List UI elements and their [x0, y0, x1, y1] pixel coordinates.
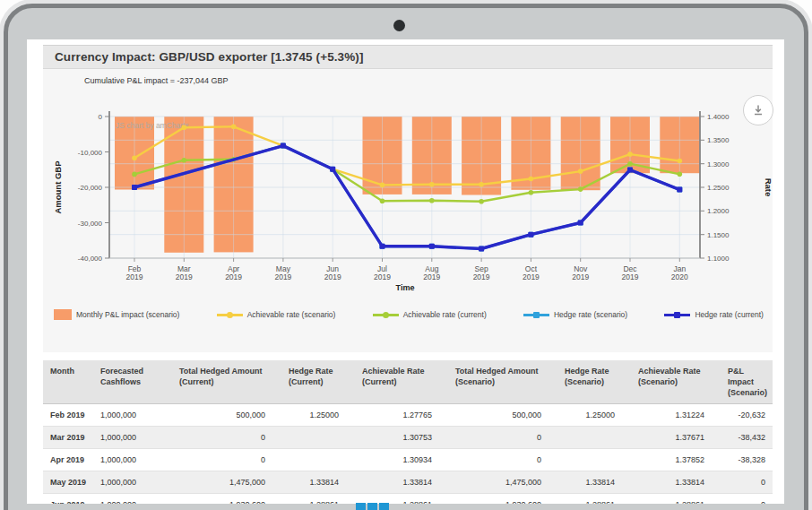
legend-line-swatch [373, 310, 399, 320]
table-cell: 500,000 [448, 404, 557, 427]
legend-item-1[interactable]: Monthly P&L impact (scenario) [54, 309, 179, 320]
legend-label: Achievable rate (current) [403, 310, 487, 319]
table-cell: Apr 2019 [43, 449, 93, 471]
table-cell: 1.33814 [557, 471, 631, 494]
browser-screen: Currency Impact: GBP/USD exporter [1.374… [27, 39, 784, 504]
table-cell: -20,632 [721, 404, 773, 427]
svg-text:1.1000: 1.1000 [707, 255, 730, 263]
table-cell: 0 [172, 427, 281, 449]
legend-label: Hedge rate (scenario) [554, 310, 627, 319]
table-cell: 1.28861 [631, 494, 721, 504]
chart-legend: Monthly P&L impact (scenario)Achievable … [54, 309, 764, 320]
table-cell [281, 427, 355, 449]
table-body: Feb 20191,000,000500,0001.250001.2776550… [43, 404, 773, 504]
table-cell: 1.37852 [631, 449, 721, 471]
table-cell: 1,000,000 [93, 449, 172, 471]
svg-text:1.3000: 1.3000 [707, 160, 730, 169]
table-cell: 0 [448, 427, 557, 449]
legend-item-3[interactable]: Achievable rate (current) [373, 310, 487, 320]
legend-label: Hedge rate (current) [695, 310, 764, 319]
table-cell: 1,000,000 [93, 494, 172, 504]
legend-line-swatch [217, 310, 243, 320]
svg-text:2019: 2019 [374, 272, 391, 281]
table-cell: 1.28861 [557, 494, 631, 504]
legend-item-2[interactable]: Achievable rate (scenario) [217, 310, 336, 320]
legend-label: Monthly P&L impact (scenario) [76, 310, 179, 319]
table-row: Jun 20191,000,0001,930,6001.288611.28861… [43, 494, 773, 504]
column-header: ForecastedCashflows [93, 360, 172, 404]
table-row: Mar 20191,000,00001.3075301.37671-38,432 [43, 427, 773, 449]
svg-text:-30,000: -30,000 [78, 220, 103, 228]
table-cell: 1,000,000 [93, 471, 172, 494]
svg-text:-20,000: -20,000 [78, 184, 103, 192]
table-cell: 1.33814 [355, 471, 448, 494]
table-cell: 1.31224 [631, 404, 721, 427]
svg-text:1.1500: 1.1500 [707, 231, 730, 239]
table-cell: Mar 2019 [43, 427, 93, 449]
column-header: Total Hedged Amount(Scenario) [448, 360, 557, 404]
hedging-table: MonthForecastedCashflowsTotal Hedged Amo… [43, 360, 773, 504]
table-row: Apr 20191,000,00001.3093401.37852-38,328 [43, 449, 773, 471]
svg-text:2019: 2019 [523, 272, 540, 281]
svg-text:-40,000: -40,000 [78, 255, 103, 263]
bottom-logo-icon [356, 503, 389, 510]
table-row: May 20191,000,0001,475,0001.338141.33814… [43, 471, 773, 494]
legend-label: Achievable rate (scenario) [247, 310, 336, 319]
table-cell: 1.27765 [355, 404, 448, 427]
column-header: Hedge Rate(Current) [281, 360, 355, 404]
svg-text:0: 0 [99, 113, 103, 121]
svg-text:2019: 2019 [126, 272, 143, 281]
svg-text:2020: 2020 [671, 272, 688, 281]
table-cell: Jun 2019 [43, 494, 93, 504]
column-header: Achievable Rate(Scenario) [631, 360, 721, 404]
legend-item-5[interactable]: Hedge rate (current) [664, 310, 764, 320]
table-cell [557, 449, 631, 471]
svg-text:2019: 2019 [622, 272, 639, 281]
table-cell: 1.33814 [631, 471, 721, 494]
svg-text:2019: 2019 [274, 272, 291, 281]
svg-text:-10,000: -10,000 [78, 149, 103, 157]
page-title: Currency Impact: GBP/USD exporter [1.374… [43, 46, 773, 68]
column-header: Month [43, 360, 93, 404]
table-cell [557, 427, 631, 449]
svg-text:2019: 2019 [225, 272, 242, 281]
column-header: P&L Impact(Scenario) [721, 360, 773, 404]
svg-text:1.2000: 1.2000 [707, 207, 730, 215]
table-cell: 1.28861 [281, 494, 355, 504]
svg-text:2019: 2019 [572, 272, 589, 281]
svg-text:Rate: Rate [764, 178, 773, 197]
table-cell: 0 [172, 449, 281, 471]
table-cell: Feb 2019 [43, 404, 93, 427]
table-cell: 1,000,000 [93, 404, 172, 427]
legend-bar-swatch [54, 309, 72, 320]
svg-text:Amount GBP: Amount GBP [53, 160, 63, 214]
table-cell: 0 [721, 471, 773, 494]
table-cell: -38,328 [721, 449, 773, 471]
table-cell [281, 449, 355, 471]
table-cell: 1.25000 [557, 404, 631, 427]
table-cell: May 2019 [43, 471, 93, 494]
table-cell: 1.25000 [281, 404, 355, 427]
table-cell: 1.37671 [631, 427, 721, 449]
table-cell: 1,000,000 [93, 427, 172, 449]
pnl-rate-chart[interactable]: 0-10,000-20,000-30,000-40,0001.40001.350… [43, 90, 778, 294]
table-cell: -38,432 [721, 427, 773, 449]
legend-item-4[interactable]: Hedge rate (scenario) [523, 310, 627, 320]
chart-export-button[interactable] [743, 95, 773, 125]
svg-text:Time: Time [396, 283, 415, 292]
svg-text:1.3500: 1.3500 [707, 136, 730, 144]
webcam-icon [393, 20, 405, 31]
table-cell: 0 [721, 494, 773, 504]
table-cell: 0 [448, 449, 557, 471]
table-cell: 1,930,600 [172, 494, 281, 504]
column-header: Total Hedged Amount(Current) [172, 360, 281, 404]
svg-text:1.2500: 1.2500 [707, 184, 730, 192]
column-header: Hedge Rate(Scenario) [557, 360, 631, 404]
panel-header: Currency Impact: GBP/USD exporter [1.374… [43, 45, 773, 69]
svg-text:2019: 2019 [324, 272, 341, 281]
table-cell: 1.30934 [355, 449, 448, 471]
table-cell: 1,930,600 [448, 494, 557, 504]
table-cell: 1.30753 [355, 427, 448, 449]
table-row: Feb 20191,000,000500,0001.250001.2776550… [43, 404, 773, 427]
svg-text:2019: 2019 [176, 272, 193, 281]
